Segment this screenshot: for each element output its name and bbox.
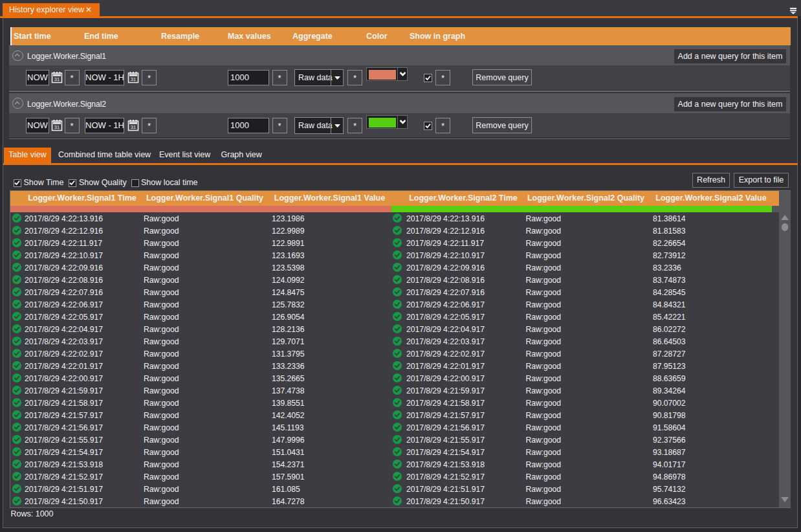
svg-text:31: 31 xyxy=(131,76,136,82)
svg-text:31: 31 xyxy=(54,124,60,130)
svg-text:31: 31 xyxy=(54,76,60,82)
svg-text:31: 31 xyxy=(131,124,136,130)
